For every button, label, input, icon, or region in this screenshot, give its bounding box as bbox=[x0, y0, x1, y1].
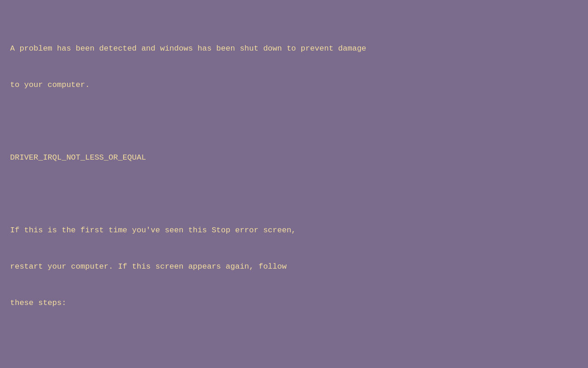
bsod-error-code: DRIVER_IRQL_NOT_LESS_OR_EQUAL bbox=[10, 152, 578, 164]
bsod-spacer-2 bbox=[10, 188, 578, 200]
bsod-line-1: A problem has been detected and windows … bbox=[10, 43, 578, 55]
bsod-spacer-3 bbox=[10, 334, 578, 345]
bsod-line-4: If this is the first time you've seen th… bbox=[10, 224, 578, 236]
bsod-screen: A problem has been detected and windows … bbox=[0, 0, 588, 368]
bsod-line-6: these steps: bbox=[10, 297, 578, 309]
bsod-spacer-1 bbox=[10, 115, 578, 127]
bsod-line-5: restart your computer. If this screen ap… bbox=[10, 261, 578, 273]
bsod-line-2: to your computer. bbox=[10, 79, 578, 91]
